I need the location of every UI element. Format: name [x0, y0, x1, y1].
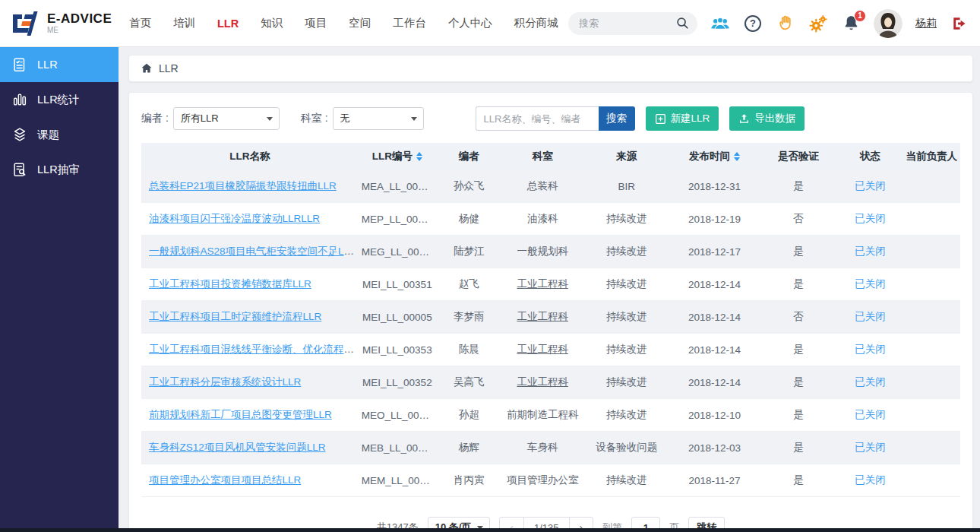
total-count: 共1347条 — [377, 521, 419, 528]
keyword-search-input[interactable] — [476, 106, 599, 131]
llr-name-link[interactable]: 工业工程科项目工时定额维护流程LLR — [149, 311, 321, 322]
bottom-edge-bar — [0, 528, 980, 532]
status-link[interactable]: 已关闭 — [855, 278, 886, 290]
notification-badge: 1 — [854, 10, 866, 22]
verified-cell: 是 — [760, 334, 837, 366]
llr-table: LLR名称 LLR编号 — [141, 143, 960, 497]
llr-code-cell: MEP_LL_00013 — [359, 203, 436, 236]
owner-cell — [903, 268, 961, 301]
author-filter-select[interactable]: 所有LLR — [173, 107, 280, 130]
table-row: 前期规划科新工厂项目总图变更管理LLR MEO_LL_00012 孙超 前期制造… — [141, 399, 960, 432]
dept-filter-select[interactable]: 无 — [333, 107, 424, 130]
llr-name-link[interactable]: 油漆科项目闪干强冷温度波动LLRLLR — [149, 213, 320, 224]
llr-code-cell: MEM_LL_00072 — [359, 464, 436, 497]
breadcrumb-label: LLR — [159, 62, 179, 74]
notifications-bell-icon[interactable]: 1 — [841, 14, 861, 33]
main-area: LLR 编者 : 所有LLR 科室 : 无 搜索 — [119, 47, 980, 528]
sidebar: LLR LLR统计 课题 LLR抽审 — [0, 47, 119, 528]
export-data-button[interactable]: 导出数据 — [729, 106, 805, 131]
nav-menu-item[interactable]: 工作台 — [393, 16, 426, 30]
goto-page-input[interactable] — [631, 517, 660, 528]
sidebar-item-llr-stats[interactable]: LLR统计 — [0, 82, 119, 117]
llr-name-link[interactable]: 一般规划科AS28项目电气柜安装空间不足LLR — [149, 245, 357, 257]
logo-subtitle: ME — [47, 26, 112, 35]
source-cell: 设备验收问题 — [583, 432, 669, 464]
hand-icon[interactable] — [776, 14, 795, 33]
sidebar-item-topics[interactable]: 课题 — [0, 117, 119, 152]
page-size-select[interactable]: 10 条/页 — [428, 517, 491, 528]
username-link[interactable]: 杨莉 — [915, 17, 937, 30]
sort-icons[interactable] — [734, 152, 740, 161]
dept-cell[interactable]: 工业工程科 — [517, 376, 568, 388]
prev-page-button[interactable]: ‹ — [500, 518, 523, 528]
sidebar-item-llr[interactable]: LLR — [0, 47, 119, 82]
global-search-input[interactable] — [579, 17, 675, 29]
status-link[interactable]: 已关闭 — [855, 245, 886, 257]
llr-name-link[interactable]: 前期规划科新工厂项目总图变更管理LLR — [149, 409, 332, 420]
nav-menu-item[interactable]: 培训 — [173, 16, 195, 30]
author-cell: 吴高飞 — [436, 366, 501, 399]
nav-menu-item[interactable]: LLR — [217, 17, 239, 30]
table-row: 工业工程科项目投资摊销数据库LLR MEI_LL_00351 赵飞 工业工程科 … — [141, 268, 960, 301]
dept-cell[interactable]: 工业工程科 — [517, 344, 568, 355]
llr-name-link[interactable]: 工业工程科分层审核系统设计LLR — [149, 376, 301, 388]
publish-date-cell: 2018-12-14 — [669, 334, 760, 366]
next-page-button[interactable]: › — [570, 518, 593, 528]
table-row: 总装科EP21项目橡胶隔振垫跟转扭曲LLR MEA_LL_00148 孙众飞 总… — [141, 170, 960, 203]
status-link[interactable]: 已关闭 — [855, 442, 886, 453]
llr-code-cell: MEI_LL_00353 — [359, 334, 436, 366]
status-link[interactable]: 已关闭 — [855, 409, 886, 420]
status-link[interactable]: 已关闭 — [855, 344, 886, 355]
source-cell: BIR — [583, 170, 669, 203]
status-link[interactable]: 已关闭 — [855, 213, 886, 224]
column-header: LLR名称 — [141, 143, 359, 170]
doc-search-icon — [11, 161, 28, 178]
new-llr-button[interactable]: 新建LLR — [646, 106, 719, 131]
jump-button[interactable]: 跳转 — [688, 517, 725, 528]
llr-name-link[interactable]: 车身科ZS12项目风机风管安装问题LLR — [149, 442, 326, 453]
author-cell: 李梦雨 — [436, 301, 501, 334]
llr-name-link[interactable]: 工业工程科项目投资摊销数据库LLR — [149, 278, 311, 290]
status-link[interactable]: 已关闭 — [855, 180, 886, 192]
table-row: 工业工程科分层审核系统设计LLR MEI_LL_00352 吴高飞 工业工程科 … — [141, 366, 960, 399]
sidebar-item-label: 课题 — [37, 128, 59, 142]
source-cell: 持续改进 — [583, 399, 669, 432]
status-link[interactable]: 已关闭 — [855, 376, 886, 388]
table-header-row: LLR名称 LLR编号 — [141, 143, 960, 170]
nav-menu-item[interactable]: 首页 — [129, 16, 151, 30]
logout-icon[interactable] — [950, 14, 969, 33]
author-cell: 肖丙寅 — [436, 464, 501, 497]
nav-menu-item[interactable]: 项目 — [305, 16, 327, 30]
dept-cell: 前期制造工程科 — [507, 409, 579, 420]
publish-date-cell: 2018-11-27 — [669, 464, 760, 497]
llr-name-link[interactable]: 工业工程科项目混线线平衡诊断、优化流程LLR — [149, 344, 359, 355]
publish-date-cell: 2018-12-17 — [669, 236, 760, 268]
status-link[interactable]: 已关闭 — [855, 311, 886, 322]
help-icon[interactable]: ? — [743, 14, 763, 33]
nav-menu-item[interactable]: 个人中心 — [448, 16, 492, 30]
dept-cell[interactable]: 工业工程科 — [517, 278, 568, 290]
user-avatar[interactable] — [874, 9, 903, 38]
author-cell: 孙众飞 — [436, 170, 501, 203]
search-icon[interactable] — [675, 16, 690, 30]
nav-menu-item[interactable]: 空间 — [349, 16, 371, 30]
owner-cell — [903, 301, 961, 334]
app-logo[interactable]: E-ADVICE ME — [11, 8, 119, 39]
table-row: 项目管理办公室项目项目总结LLR MEM_LL_00072 肖丙寅 项目管理办公… — [141, 464, 960, 497]
export-upload-icon — [738, 113, 750, 125]
nav-menu-item[interactable]: 知识 — [261, 16, 283, 30]
verified-cell: 否 — [760, 301, 837, 334]
top-navbar: E-ADVICE ME 首页 培训 LLR 知识 项目 空间 工作台 个人中心 — [0, 0, 980, 47]
search-button[interactable]: 搜索 — [599, 106, 635, 131]
sidebar-item-llr-review[interactable]: LLR抽审 — [0, 152, 119, 187]
settings-gears-icon[interactable] — [808, 14, 828, 33]
llr-name-link[interactable]: 项目管理办公室项目项目总结LLR — [149, 474, 301, 486]
source-cell: 持续改进 — [583, 464, 669, 497]
dept-cell[interactable]: 工业工程科 — [517, 311, 568, 322]
nav-menu-item[interactable]: 积分商城 — [514, 16, 558, 30]
sort-icons[interactable] — [416, 152, 422, 161]
llr-code-cell: MEI_LL_00352 — [359, 366, 436, 399]
status-link[interactable]: 已关闭 — [855, 474, 886, 486]
users-icon[interactable] — [710, 14, 730, 33]
llr-name-link[interactable]: 总装科EP21项目橡胶隔振垫跟转扭曲LLR — [149, 180, 337, 192]
